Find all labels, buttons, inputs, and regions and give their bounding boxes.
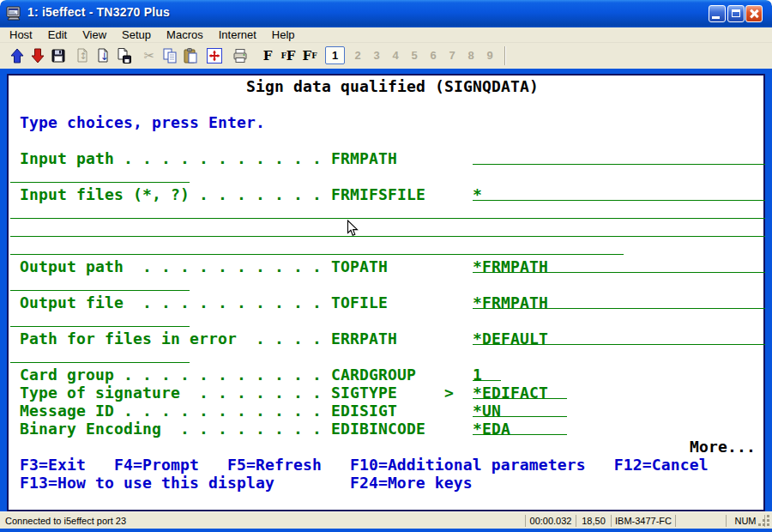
down-arrow-icon — [29, 47, 46, 64]
session-button-8: 8 — [462, 46, 479, 64]
error-path-field-line2[interactable] — [10, 362, 190, 363]
menubar: Host Edit View Setup Macros Internet Hel… — [0, 27, 772, 43]
param-keyword-errpath: ERRPATH — [331, 329, 397, 348]
center-cross-icon — [206, 47, 223, 64]
document-down-icon: ↓ — [94, 47, 112, 64]
svg-text:↕: ↕ — [80, 51, 87, 62]
binary-encoding-field[interactable] — [473, 434, 567, 435]
error-path-field[interactable] — [473, 344, 765, 345]
statusbar: Connected to i5effect port 23 00:00.032 … — [0, 511, 772, 529]
send-file-button: ↕ — [72, 45, 93, 67]
toolbar-separator — [504, 46, 505, 65]
menu-host[interactable]: Host — [2, 27, 40, 43]
session-button-7: 7 — [443, 46, 461, 64]
copy-button[interactable] — [160, 45, 180, 67]
terminal-screen: Sign data qualified (SIGNQDATA) Type cho… — [9, 76, 763, 510]
signature-type-field[interactable] — [473, 398, 567, 399]
input-files-field-line4[interactable] — [10, 254, 624, 255]
input-path-field[interactable] — [473, 164, 765, 165]
session-button-1[interactable]: 1 — [325, 46, 345, 64]
output-path-field-line2[interactable] — [10, 290, 190, 291]
minimize-button[interactable] — [709, 5, 726, 22]
param-keyword-cardgroup: CARDGROUP — [331, 366, 416, 384]
receive-file-button[interactable]: ↓ — [93, 45, 113, 67]
cursor-position: 18,50 — [576, 515, 611, 527]
save-button[interactable] — [48, 45, 69, 67]
font-default-button[interactable]: F — [259, 45, 276, 67]
input-files-field-line2[interactable] — [10, 218, 765, 219]
changed-value-marker: > — [444, 384, 454, 402]
close-button[interactable] — [745, 5, 763, 22]
connection-status: Connected to i5effect port 23 — [5, 515, 126, 527]
menu-setup[interactable]: Setup — [114, 27, 159, 43]
copy-icon — [161, 47, 178, 64]
param-keyword-edisigt: EDISIGT — [331, 402, 397, 420]
document-floppy-icon — [115, 47, 132, 64]
save-capture-button[interactable] — [113, 45, 134, 67]
floppy-disk-icon — [50, 47, 67, 64]
response-time: 00:00.032 — [526, 515, 576, 527]
param-label-error-path: Path for files in error . . . . — [10, 329, 322, 348]
output-path-field[interactable] — [473, 272, 765, 273]
session-button-4: 4 — [387, 46, 404, 64]
input-files-field-line3[interactable] — [10, 236, 765, 237]
card-group-field[interactable] — [473, 380, 501, 381]
app-terminal-icon[interactable] — [6, 6, 21, 21]
param-label-output-path: Output path . . . . . . . . . . — [10, 257, 322, 275]
menu-edit[interactable]: Edit — [40, 27, 75, 43]
param-label-input-files: Input files (*, ?) . . . . . . . — [10, 185, 322, 203]
param-label-message-id: Message ID . . . . . . . . . . . — [10, 402, 322, 420]
param-label-binary-encoding: Binary Encoding . . . . . . . . — [10, 420, 322, 438]
window-title: 1: i5effect - TN3270 Plus — [27, 5, 170, 19]
param-keyword-frmifsfile: FRMIFSFILE — [331, 185, 425, 203]
cut-button: ✂ — [139, 45, 160, 67]
printer-icon — [232, 47, 249, 64]
toolbar: ↕ ↓ ✂ — [0, 43, 772, 69]
param-keyword-tofile: TOFILE — [331, 293, 388, 311]
param-keyword-edibincode: EDIBINCODE — [331, 420, 425, 438]
paste-icon — [182, 47, 199, 64]
message-id-field[interactable] — [473, 416, 567, 417]
scissors-icon: ✂ — [144, 48, 155, 63]
mouse-cursor — [347, 220, 359, 237]
terminal-model: IBM-3477-FC — [612, 515, 675, 527]
session-button-5: 5 — [406, 46, 423, 64]
session-button-6: 6 — [425, 46, 442, 64]
titlebar[interactable]: 1: i5effect - TN3270 Plus — [0, 0, 772, 27]
client-area: Sign data qualified (SIGNQDATA) Type cho… — [0, 69, 772, 511]
param-label-output-file: Output file . . . . . . . . . . — [10, 293, 322, 311]
param-label-card-group: Card group . . . . . . . . . . . — [10, 366, 322, 384]
menu-view[interactable]: View — [75, 27, 114, 43]
font-smaller-button[interactable]: FF — [299, 45, 320, 67]
menu-macros[interactable]: Macros — [159, 27, 211, 43]
input-path-field-line2[interactable] — [10, 182, 190, 183]
output-file-field[interactable] — [473, 308, 765, 309]
param-keyword-sigtype: SIGTYPE — [331, 384, 397, 402]
paste-button[interactable] — [180, 45, 201, 67]
menu-help[interactable]: Help — [264, 27, 303, 43]
document-updown-icon: ↕ — [74, 47, 91, 64]
connect-button[interactable] — [7, 45, 27, 67]
param-label-input-path: Input path . . . . . . . . . . . — [10, 149, 322, 167]
more-indicator: More... — [690, 438, 756, 456]
center-display-button[interactable] — [204, 45, 225, 67]
font-larger-button[interactable]: FF — [278, 45, 299, 67]
function-keys-line2: F13=How to use this display F24=More key… — [10, 474, 473, 492]
maximize-button[interactable] — [727, 5, 745, 22]
input-files-field[interactable] — [473, 200, 765, 201]
screen-title: Sign data qualified (SIGNQDATA) — [246, 77, 539, 95]
disconnect-button[interactable] — [27, 45, 48, 67]
window-frame-bottom — [0, 529, 772, 532]
terminal-emulator[interactable]: Sign data qualified (SIGNQDATA) Type cho… — [7, 74, 765, 511]
menu-internet[interactable]: Internet — [211, 27, 264, 43]
resize-grip[interactable] — [760, 517, 770, 527]
print-button[interactable] — [230, 45, 250, 67]
session-button-9: 9 — [481, 46, 498, 64]
param-keyword-frmpath: FRMPATH — [331, 149, 397, 167]
num-lock-indicator: NUM — [727, 515, 764, 527]
output-file-field-line2[interactable] — [10, 326, 190, 327]
session-button-2: 2 — [349, 46, 366, 64]
param-keyword-topath: TOPATH — [331, 257, 388, 275]
instruction-text: Type choices, press Enter. — [20, 113, 265, 131]
application-window: 1: i5effect - TN3270 Plus Host Edit View… — [0, 0, 772, 532]
